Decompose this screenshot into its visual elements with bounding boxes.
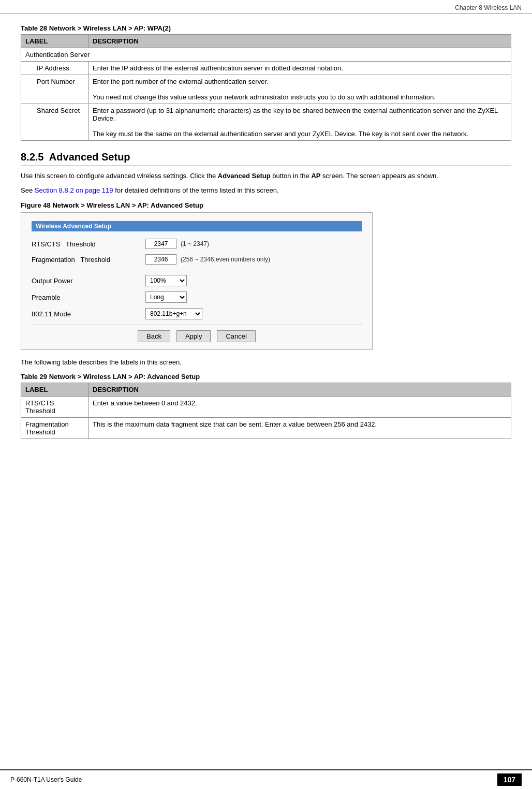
table29-rts-label: RTS/CTS Threshold bbox=[21, 396, 88, 417]
output-power-select[interactable]: 100% 75% 50% 25% bbox=[145, 275, 187, 286]
footer-page-number: 107 bbox=[497, 773, 522, 786]
table-row: Fragmentation Threshold This is the maxi… bbox=[21, 417, 511, 439]
table28-secret-label: Shared Secret bbox=[21, 104, 88, 141]
preamble-select[interactable]: Long Short bbox=[145, 291, 187, 303]
cancel-button[interactable]: Cancel bbox=[217, 330, 255, 342]
page-footer: P-660N-T1A User's Guide 107 bbox=[0, 769, 532, 789]
apply-button[interactable]: Apply bbox=[176, 330, 211, 342]
frag-threshold-label: Fragmentation Threshold bbox=[32, 256, 145, 264]
preamble-label: Preamble bbox=[32, 294, 145, 301]
back-button[interactable]: Back bbox=[138, 330, 170, 342]
footer-left-text: P-660N-T1A User's Guide bbox=[10, 776, 82, 783]
table28-auth-server: Authentication Server bbox=[21, 48, 511, 62]
figure48-box: Wireless Advanced Setup RTS/CTS Threshol… bbox=[21, 212, 373, 350]
figure48-title-bar: Wireless Advanced Setup bbox=[32, 221, 362, 231]
rts-cts-input[interactable] bbox=[145, 239, 176, 249]
table28-port-desc: Enter the port number of the external au… bbox=[88, 75, 511, 104]
frag-threshold-input[interactable] bbox=[145, 254, 176, 265]
80211-mode-row: 802.11 Mode 802.11b+g+n 802.11b+g 802.11… bbox=[32, 308, 362, 319]
section-heading: 8.2.5 Advanced Setup bbox=[21, 151, 511, 166]
section-title: Advanced Setup bbox=[49, 151, 130, 163]
page-header: Chapter 8 Wireless LAN bbox=[0, 0, 532, 14]
table-row: IP Address Enter the IP address of the e… bbox=[21, 62, 511, 75]
table29-frag-label: Fragmentation Threshold bbox=[21, 417, 88, 439]
table28-port-label: Port Number bbox=[21, 75, 88, 104]
table29-col1-header: LABEL bbox=[21, 383, 88, 396]
section-para2: See Section 8.8.2 on page 119 for detail… bbox=[21, 185, 511, 196]
table-row: Port Number Enter the port number of the… bbox=[21, 75, 511, 104]
table28-caption: Table 28 Network > Wireless LAN > AP: WP… bbox=[21, 24, 511, 32]
rts-cts-row: RTS/CTS Threshold (1 ~ 2347) bbox=[32, 239, 362, 249]
section-number: 8.2.5 bbox=[21, 151, 43, 163]
table28-section-row: Authentication Server bbox=[21, 48, 511, 62]
table29: LABEL DESCRIPTION RTS/CTS Threshold Ente… bbox=[21, 383, 511, 439]
chapter-title: Chapter 8 Wireless LAN bbox=[455, 4, 522, 11]
rts-cts-label: RTS/CTS Threshold bbox=[32, 240, 145, 248]
output-power-label: Output Power bbox=[32, 277, 145, 285]
80211-mode-label: 802.11 Mode bbox=[32, 310, 145, 318]
figure-divider bbox=[32, 325, 362, 325]
frag-threshold-row: Fragmentation Threshold (256 ~ 2346,even… bbox=[32, 254, 362, 265]
main-content: Table 28 Network > Wireless LAN > AP: WP… bbox=[0, 14, 532, 468]
figure-buttons: Back Apply Cancel bbox=[32, 330, 362, 342]
section-link[interactable]: Section 8.8.2 on page 119 bbox=[35, 186, 113, 194]
preamble-row: Preamble Long Short bbox=[32, 291, 362, 303]
output-power-row: Output Power 100% 75% 50% 25% bbox=[32, 275, 362, 286]
table-row: RTS/CTS Threshold Enter a value between … bbox=[21, 396, 511, 417]
80211-mode-select[interactable]: 802.11b+g+n 802.11b+g 802.11n bbox=[145, 308, 202, 319]
table28-col2-header: DESCRIPTION bbox=[88, 35, 511, 48]
table28-secret-desc: Enter a password (up to 31 alphanumeric … bbox=[88, 104, 511, 141]
figure48-caption: Figure 48 Network > Wireless LAN > AP: A… bbox=[21, 201, 511, 209]
rts-cts-hint: (1 ~ 2347) bbox=[181, 240, 209, 247]
section-para1: Use this screen to configure advanced wi… bbox=[21, 171, 511, 181]
table29-col2-header: DESCRIPTION bbox=[88, 383, 511, 396]
following-text: The following table describes the labels… bbox=[21, 357, 511, 368]
frag-threshold-hint: (256 ~ 2346,even numbers only) bbox=[181, 256, 270, 263]
table28-ip-desc: Enter the IP address of the external aut… bbox=[88, 62, 511, 75]
table28-ip-label: IP Address bbox=[21, 62, 88, 75]
table29-frag-desc: This is the maximum data fragment size t… bbox=[88, 417, 511, 439]
table28: LABEL DESCRIPTION Authentication Server … bbox=[21, 34, 511, 141]
table-row: Shared Secret Enter a password (up to 31… bbox=[21, 104, 511, 141]
table29-caption: Table 29 Network > Wireless LAN > AP: Ad… bbox=[21, 373, 511, 381]
table28-col1-header: LABEL bbox=[21, 35, 88, 48]
table29-rts-desc: Enter a value between 0 and 2432. bbox=[88, 396, 511, 417]
